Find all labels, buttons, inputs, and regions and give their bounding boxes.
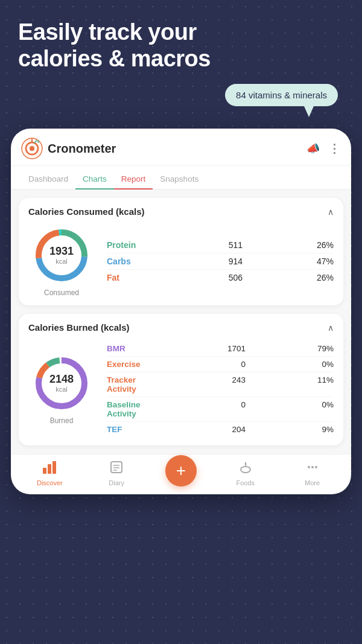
add-button[interactable]: +	[165, 455, 197, 486]
burned-row-exercise: Exercise 0 0%	[107, 357, 334, 372]
megaphone-icon[interactable]: 📣	[306, 142, 320, 155]
burned-title: Calories Burned (kcals)	[28, 322, 130, 333]
app-name: Cronometer	[48, 142, 116, 156]
burned-bmr-name: BMR	[107, 344, 155, 353]
hero-line1: Easily track your	[18, 19, 344, 46]
burned-baseline-name: BaselineActivity	[107, 400, 155, 418]
nav-discover[interactable]: Discover	[31, 461, 68, 486]
burned-tracker-val: 243	[221, 375, 246, 384]
diary-label: Diary	[109, 479, 124, 486]
svg-text:+: +	[37, 139, 40, 145]
burned-row-tracker: TrackerActivity 243 11%	[107, 372, 334, 397]
consumed-donut-center: 1931 kcal	[49, 246, 74, 265]
hero-line2: calories & macros	[18, 46, 344, 72]
phone-frame: + Cronometer 📣 ⋮ Dashboard Charts Report…	[11, 129, 351, 494]
svg-point-22	[241, 467, 250, 473]
burned-exercise-val: 0	[221, 360, 246, 369]
calories-burned-card: Calories Burned (kcals) ∧	[19, 314, 343, 445]
burned-chart-row: 2148 kcal Burned BMR 1701 79% Exercise 0	[28, 341, 334, 437]
svg-rect-16	[48, 464, 51, 474]
burned-exercise-name: Exercise	[107, 360, 155, 369]
macro-protein-val: 511	[218, 240, 243, 250]
svg-point-2	[30, 146, 34, 151]
consumed-value: 1931	[49, 246, 74, 258]
burned-tef-val: 204	[221, 425, 246, 434]
tab-snapshots[interactable]: Snapshots	[153, 170, 206, 190]
more-label: More	[305, 479, 320, 486]
burned-label: Burned	[50, 416, 74, 425]
tab-dashboard[interactable]: Dashboard	[21, 170, 75, 190]
macro-protein-pct: 26%	[312, 240, 334, 250]
burned-header: Calories Burned (kcals) ∧	[28, 322, 334, 333]
macro-protein-name: Protein	[107, 240, 149, 250]
macro-carbs-pct: 47%	[312, 257, 334, 266]
discover-label: Discover	[37, 479, 63, 486]
burned-tracker-pct: 11%	[312, 375, 334, 384]
calories-consumed-card: Calories Consumed (kcals) ∧	[19, 198, 343, 305]
consumed-donut-wrapper: 1931 kcal Consumed	[28, 225, 95, 297]
svg-rect-15	[43, 468, 46, 474]
macro-fat-pct: 26%	[312, 273, 334, 282]
macro-row-protein: Protein 511 26%	[107, 237, 334, 253]
nav-foods[interactable]: Foods	[227, 461, 264, 486]
svg-rect-18	[111, 462, 122, 473]
burned-row-bmr: BMR 1701 79%	[107, 341, 334, 357]
consumed-donut: 1931 kcal	[31, 225, 92, 285]
burned-row-tef: TEF 204 9%	[107, 422, 334, 437]
foods-label: Foods	[236, 479, 255, 486]
svg-rect-17	[52, 461, 56, 474]
consumed-title: Calories Consumed (kcals)	[28, 206, 145, 217]
macro-carbs-val: 914	[218, 257, 243, 266]
foods-icon	[239, 461, 252, 477]
tooltip-bubble: 84 vitamins & minerals	[225, 84, 338, 106]
consumed-label: Consumed	[44, 289, 79, 297]
hero-text: Easily track your calories & macros	[0, 0, 362, 84]
burned-bmr-pct: 79%	[312, 344, 334, 353]
svg-point-24	[311, 466, 314, 468]
more-options-icon[interactable]: ⋮	[328, 141, 341, 156]
burned-baseline-val: 0	[221, 400, 246, 409]
burned-tef-pct: 9%	[312, 425, 334, 434]
nav-tabs: Dashboard Charts Report Snapshots	[11, 166, 351, 190]
burned-tef-name: TEF	[107, 425, 155, 434]
macro-fat-val: 506	[218, 273, 243, 282]
app-logo-icon: +	[21, 138, 43, 159]
discover-icon	[42, 461, 57, 477]
tab-charts[interactable]: Charts	[75, 170, 114, 190]
consumed-unit: kcal	[49, 258, 74, 265]
svg-point-25	[315, 466, 317, 468]
macro-row-carbs: Carbs 914 47%	[107, 253, 334, 270]
consumed-chart-row: 1931 kcal Consumed Protein 511 26% Carbs	[28, 225, 334, 297]
macro-row-fat: Fat 506 26%	[107, 270, 334, 285]
tooltip-area: 84 vitamins & minerals	[12, 84, 350, 120]
nav-diary[interactable]: Diary	[98, 461, 135, 486]
app-header-actions: 📣 ⋮	[306, 141, 341, 156]
consumed-chevron[interactable]: ∧	[328, 207, 334, 217]
svg-point-23	[308, 466, 310, 468]
burned-donut: 2148 kcal	[31, 353, 92, 413]
page-wrapper: Easily track your calories & macros 84 v…	[0, 0, 362, 494]
nav-more[interactable]: More	[294, 461, 331, 486]
macro-table: Protein 511 26% Carbs 914 47% Fat 506 26…	[107, 237, 334, 285]
burned-donut-center: 2148 kcal	[49, 374, 74, 393]
burned-value: 2148	[49, 374, 74, 386]
burned-tracker-name: TrackerActivity	[107, 375, 155, 394]
macro-fat-name: Fat	[107, 273, 149, 282]
burned-exercise-pct: 0%	[312, 360, 334, 369]
macro-carbs-name: Carbs	[107, 257, 149, 266]
burned-chevron[interactable]: ∧	[328, 323, 334, 333]
burned-row-baseline: BaselineActivity 0 0%	[107, 397, 334, 422]
more-icon	[306, 461, 319, 477]
bottom-nav: Discover Diary +	[11, 454, 351, 494]
burned-donut-wrapper: 2148 kcal Burned	[28, 353, 95, 425]
diary-icon	[110, 461, 123, 477]
burned-table: BMR 1701 79% Exercise 0 0% TrackerActivi…	[107, 341, 334, 437]
tooltip-text: 84 vitamins & minerals	[236, 90, 327, 100]
burned-bmr-val: 1701	[221, 344, 246, 353]
tab-report[interactable]: Report	[114, 170, 153, 190]
app-logo-area: + Cronometer	[21, 138, 116, 159]
burned-unit: kcal	[49, 386, 74, 393]
burned-baseline-pct: 0%	[312, 400, 334, 409]
app-header: + Cronometer 📣 ⋮	[11, 129, 351, 166]
consumed-header: Calories Consumed (kcals) ∧	[28, 206, 334, 217]
